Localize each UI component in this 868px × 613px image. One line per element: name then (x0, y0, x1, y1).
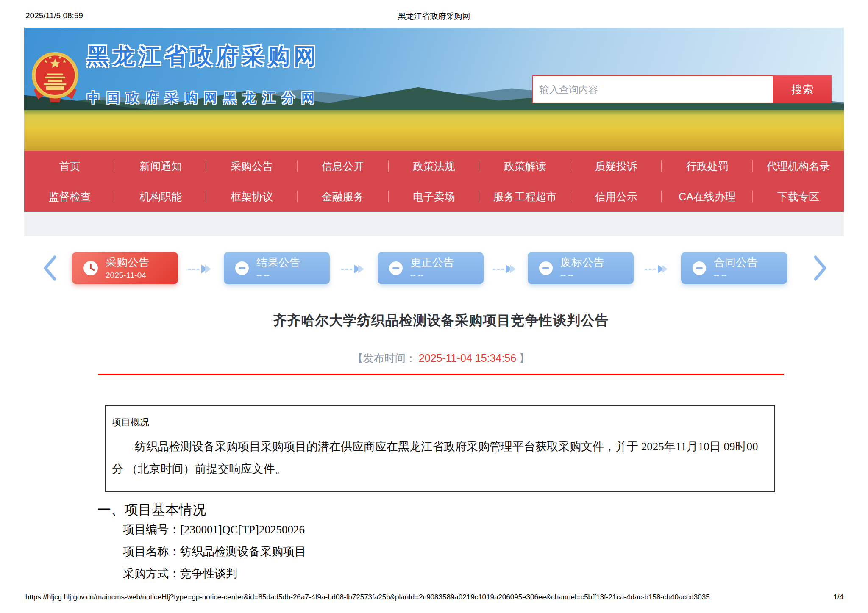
site-banner: 黑龙江省政府采购网 中国政府采购网黑龙江分网 搜索 (24, 28, 844, 151)
publish-time-line: 【发布时间：2025-11-04 15:34:56】 (98, 351, 784, 365)
nav-item-e-marketplace[interactable]: 电子卖场 (389, 181, 480, 212)
sub-nav-band (24, 212, 844, 236)
timeline-card-correction-notice[interactable]: 更正公告 -- -- (378, 252, 484, 284)
timeline-prev-button[interactable] (42, 254, 58, 282)
timeline-card-label: 结果公告 (256, 256, 300, 269)
overview-paragraph: 纺织品检测设备采购项目采购项目的潜在供应商应在黑龙江省政府采购管理平台获取采购文… (112, 435, 768, 480)
nav-item-complaints[interactable]: 质疑投诉 (570, 151, 662, 181)
chevron-right-icon (812, 254, 828, 282)
publish-time-suffix: 】 (519, 352, 529, 364)
publish-time-prefix: 【发布时间： (353, 352, 416, 364)
nav-item-supervision[interactable]: 监督检查 (24, 181, 115, 212)
nav-item-credit-disclosure[interactable]: 信用公示 (570, 181, 662, 212)
timeline-card-result-notice[interactable]: 结果公告 -- -- (224, 252, 330, 284)
timeline-card-label: 更正公告 (410, 256, 454, 269)
field-value: [230001]QC[TP]20250026 (180, 523, 305, 536)
nav-item-financial-services[interactable]: 金融服务 (298, 181, 389, 212)
timeline-arrow-icon (341, 264, 368, 274)
nav-item-info-disclosure[interactable]: 信息公开 (298, 151, 389, 181)
field-label: 采购方式： (123, 567, 180, 580)
field-label: 项目名称： (123, 545, 180, 558)
timeline-card-label: 合同公告 (714, 256, 758, 269)
field-project-name: 项目名称：纺织品检测设备采购项目 (123, 541, 306, 563)
project-overview-box: 项目概况 纺织品检测设备采购项目采购项目的潜在供应商应在黑龙江省政府采购管理平台… (105, 405, 775, 492)
field-value: 纺织品检测设备采购项目 (180, 545, 306, 558)
minus-circle-icon (692, 261, 707, 275)
print-header-title: 黑龙江省政府采购网 (0, 11, 868, 22)
site-title: 黑龙江省政府采购网 (87, 42, 320, 71)
nav-row-1: 首页 新闻通知 采购公告 信息公开 政策法规 政策解读 质疑投诉 行政处罚 代理… (24, 151, 844, 181)
nav-item-home[interactable]: 首页 (24, 151, 115, 181)
timeline-arrow-icon (188, 264, 215, 274)
nav-item-procurement-notice[interactable]: 采购公告 (206, 151, 298, 181)
field-procurement-method: 采购方式：竞争性谈判 (123, 563, 306, 585)
nav-item-admin-penalty[interactable]: 行政处罚 (662, 151, 753, 181)
field-graphic (24, 110, 844, 151)
nav-item-service-engineering-market[interactable]: 服务工程超市 (479, 181, 570, 212)
search-button[interactable]: 搜索 (773, 75, 832, 103)
chevron-left-icon (42, 254, 58, 282)
nav-item-policy-regulations[interactable]: 政策法规 (389, 151, 480, 181)
minus-circle-icon (389, 261, 403, 275)
main-navigation: 首页 新闻通知 采购公告 信息公开 政策法规 政策解读 质疑投诉 行政处罚 代理… (24, 151, 844, 212)
overview-heading: 项目概况 (112, 416, 768, 429)
nav-row-2: 监督检查 机构职能 框架协议 金融服务 电子卖场 服务工程超市 信用公示 CA在… (24, 181, 844, 212)
nav-item-org-functions[interactable]: 机构职能 (115, 181, 206, 212)
national-emblem-logo (30, 49, 80, 107)
nav-item-policy-interpretation[interactable]: 政策解读 (479, 151, 570, 181)
nav-item-download-zone[interactable]: 下载专区 (753, 181, 844, 212)
nav-item-agency-directory[interactable]: 代理机构名录 (753, 151, 844, 181)
timeline-card-date: -- -- (410, 271, 454, 280)
timeline-card-date: -- -- (560, 271, 604, 280)
timeline-card-cancellation-notice[interactable]: 废标公告 -- -- (528, 252, 634, 284)
print-footer-url: https://hljcg.hlj.gov.cn/maincms-web/not… (25, 593, 710, 602)
timeline-arrow-icon (645, 264, 672, 274)
search-input[interactable] (532, 75, 773, 103)
project-fields: 项目编号：[230001]QC[TP]20250026 项目名称：纺织品检测设备… (123, 519, 306, 585)
minus-circle-icon (235, 261, 249, 275)
site-subtitle: 中国政府采购网黑龙江分网 (87, 89, 321, 107)
nav-item-news[interactable]: 新闻通知 (115, 151, 206, 181)
search-bar: 搜索 (532, 75, 832, 103)
timeline-card-contract-notice[interactable]: 合同公告 -- -- (681, 252, 787, 284)
timeline-card-date: -- -- (714, 271, 758, 280)
publish-time-value: 2025-11-04 15:34:56 (419, 352, 516, 364)
print-footer-page-number: 1/4 (833, 593, 843, 602)
timeline-arrow-icon (493, 264, 520, 274)
nav-item-ca-online[interactable]: CA在线办理 (662, 181, 753, 212)
timeline-card-date: -- -- (256, 271, 300, 280)
timeline-card-label: 废标公告 (560, 256, 604, 269)
timeline-next-button[interactable] (812, 254, 829, 282)
timeline-card-date: 2025-11-04 (106, 271, 150, 280)
notice-title: 齐齐哈尔大学纺织品检测设备采购项目竞争性谈判公告 (98, 311, 784, 330)
field-project-number: 项目编号：[230001]QC[TP]20250026 (123, 519, 306, 541)
nav-item-framework-agreement[interactable]: 框架协议 (206, 181, 298, 212)
clock-icon (83, 261, 98, 276)
section-heading-basic-info: 一、项目基本情况 (97, 501, 206, 519)
field-label: 项目编号： (123, 523, 180, 536)
timeline-card-label: 采购公告 (106, 256, 150, 269)
timeline-card-procurement-notice[interactable]: 采购公告 2025-11-04 (72, 252, 178, 284)
minus-circle-icon (539, 261, 553, 275)
red-divider (98, 374, 784, 375)
field-value: 竞争性谈判 (180, 567, 237, 580)
